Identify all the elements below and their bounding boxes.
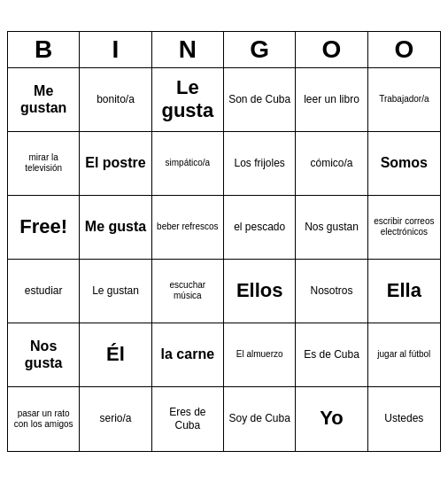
cell-text-2: Le gusta	[156, 76, 220, 123]
cell-text-26: la carne	[161, 346, 214, 362]
cell-text-8: simpático/a	[166, 158, 211, 168]
bingo-cell-14[interactable]: beber refrescos	[152, 196, 224, 260]
cell-text-0: Me gustan	[12, 82, 75, 116]
cell-text-34: Yo	[320, 407, 343, 430]
bingo-cell-31[interactable]: serio/a	[80, 387, 151, 451]
bingo-card: BINGOO Me gustanbonito/aLe gustaSon de C…	[7, 31, 441, 452]
cell-text-11: Somos	[381, 154, 428, 171]
bingo-cell-15[interactable]: el pescado	[224, 196, 296, 260]
cell-text-14: beber refrescos	[157, 222, 218, 232]
bingo-cell-19[interactable]: Le gustan	[80, 260, 151, 323]
cell-text-17: escribir correos electrónicos	[372, 216, 436, 237]
bingo-cell-11[interactable]: Somos	[368, 132, 440, 196]
bingo-cell-5[interactable]: Trabajador/a	[368, 68, 440, 132]
header-letter-b-0: B	[8, 32, 80, 67]
cell-text-22: Nosotros	[310, 284, 352, 297]
bingo-cell-27[interactable]: El almuerzo	[224, 323, 296, 387]
bingo-cell-0[interactable]: Me gustan	[8, 68, 80, 132]
bingo-cell-2[interactable]: Le gusta	[152, 68, 224, 132]
header-letter-n-2: N	[152, 32, 224, 67]
bingo-cell-28[interactable]: Es de Cuba	[296, 323, 367, 387]
cell-text-6: mirar la televisión	[12, 152, 75, 174]
bingo-cell-10[interactable]: cómico/a	[296, 132, 367, 196]
cell-text-32: Eres de Cuba	[156, 406, 220, 431]
cell-text-16: Nos gustan	[305, 221, 359, 233]
cell-text-19: Le gustan	[92, 284, 139, 297]
bingo-cell-26[interactable]: la carne	[152, 323, 224, 387]
bingo-cell-22[interactable]: Nosotros	[296, 260, 367, 323]
cell-text-35: Ustedes	[384, 412, 423, 424]
bingo-cell-20[interactable]: escuchar música	[152, 260, 224, 323]
cell-text-3: Son de Cuba	[228, 93, 290, 105]
bingo-cell-21[interactable]: Ellos	[224, 260, 296, 323]
cell-text-10: cómico/a	[310, 157, 352, 169]
cell-text-7: El postre	[85, 154, 145, 171]
cell-text-25: Él	[106, 343, 125, 366]
cell-text-12: Free!	[19, 215, 67, 238]
cell-text-1: bonito/a	[97, 93, 135, 105]
cell-text-33: Soy de Cuba	[228, 412, 290, 424]
cell-text-15: el pescado	[234, 221, 285, 233]
header-letter-i-1: I	[80, 32, 151, 67]
cell-text-13: Me gusta	[85, 218, 146, 235]
bingo-cell-23[interactable]: Ella	[368, 260, 440, 323]
bingo-cell-8[interactable]: simpático/a	[152, 132, 224, 196]
cell-text-30: pasar un rato con los amigos	[12, 408, 75, 430]
cell-text-20: escuchar música	[156, 280, 220, 301]
bingo-cell-9[interactable]: Los frijoles	[224, 132, 296, 196]
bingo-cell-33[interactable]: Soy de Cuba	[224, 387, 296, 451]
bingo-cell-3[interactable]: Son de Cuba	[224, 68, 296, 132]
cell-text-29: jugar al fútbol	[377, 349, 430, 360]
cell-text-24: Nos gusta	[12, 338, 75, 371]
cell-text-23: Ella	[387, 279, 421, 302]
bingo-grid: Me gustanbonito/aLe gustaSon de Cubaleer…	[8, 68, 440, 451]
bingo-cell-12[interactable]: Free!	[8, 196, 80, 260]
bingo-header: BINGOO	[8, 32, 440, 68]
bingo-cell-17[interactable]: escribir correos electrónicos	[368, 196, 440, 260]
header-letter-o-4: O	[296, 32, 367, 67]
cell-text-18: estudiar	[25, 284, 63, 297]
header-letter-o-5: O	[368, 32, 440, 67]
bingo-cell-6[interactable]: mirar la televisión	[8, 132, 80, 196]
bingo-cell-7[interactable]: El postre	[80, 132, 151, 196]
bingo-cell-18[interactable]: estudiar	[8, 260, 80, 323]
cell-text-21: Ellos	[236, 279, 283, 302]
bingo-cell-4[interactable]: leer un libro	[296, 68, 367, 132]
bingo-cell-29[interactable]: jugar al fútbol	[368, 323, 440, 387]
cell-text-27: El almuerzo	[236, 349, 283, 360]
header-letter-g-3: G	[224, 32, 296, 67]
cell-text-9: Los frijoles	[234, 157, 284, 169]
cell-text-28: Es de Cuba	[304, 348, 359, 361]
cell-text-31: serio/a	[99, 412, 131, 424]
bingo-cell-24[interactable]: Nos gusta	[8, 323, 80, 387]
bingo-cell-30[interactable]: pasar un rato con los amigos	[8, 387, 80, 451]
cell-text-4: leer un libro	[304, 93, 359, 105]
cell-text-5: Trabajador/a	[379, 94, 429, 105]
bingo-cell-16[interactable]: Nos gustan	[296, 196, 367, 260]
bingo-cell-13[interactable]: Me gusta	[80, 196, 151, 260]
bingo-cell-32[interactable]: Eres de Cuba	[152, 387, 224, 451]
bingo-cell-35[interactable]: Ustedes	[368, 387, 440, 451]
bingo-cell-1[interactable]: bonito/a	[80, 68, 151, 132]
bingo-cell-34[interactable]: Yo	[296, 387, 367, 451]
bingo-cell-25[interactable]: Él	[80, 323, 151, 387]
